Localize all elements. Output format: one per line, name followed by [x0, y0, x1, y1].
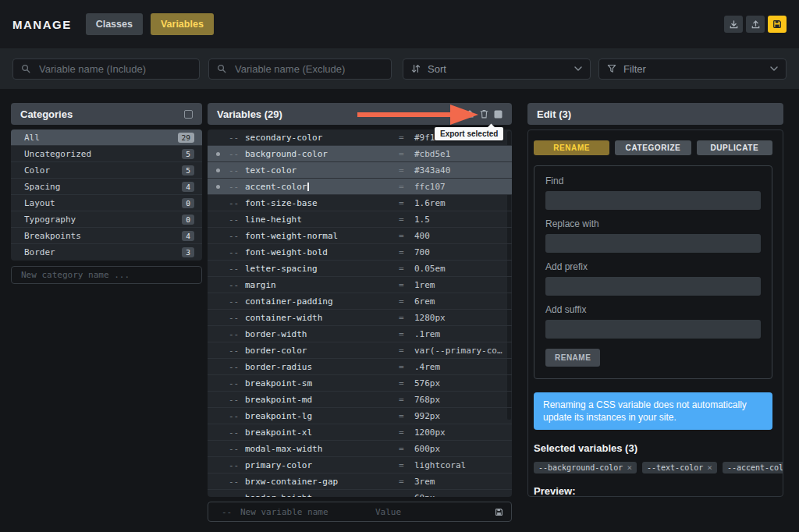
- tab-categorize[interactable]: CATEGORIZE: [615, 140, 691, 155]
- tab-rename[interactable]: RENAME: [534, 140, 609, 155]
- variable-row[interactable]: --primary-color=lightcoral: [208, 457, 512, 473]
- variable-row[interactable]: --container-padding=6rem: [208, 293, 512, 310]
- sort-select[interactable]: Sort: [403, 59, 591, 80]
- tab-classes[interactable]: Classes: [86, 13, 143, 35]
- variable-name[interactable]: brxw-container-gap: [245, 477, 338, 487]
- filter-select[interactable]: Filter: [598, 59, 787, 80]
- category-item-uncategorized[interactable]: Uncategorized5: [11, 146, 202, 162]
- suffix-input[interactable]: [545, 320, 761, 339]
- variable-name[interactable]: container-width: [245, 313, 322, 323]
- variable-name[interactable]: accent-color: [245, 182, 309, 192]
- variable-name[interactable]: border-radius: [245, 362, 312, 372]
- variable-row[interactable]: --text-color=#343a40: [208, 162, 512, 179]
- rename-submit-button[interactable]: RENAME: [545, 349, 600, 367]
- variable-row[interactable]: --font-weight-bold=700: [208, 244, 512, 261]
- variable-value[interactable]: 992px: [414, 411, 440, 421]
- variable-name[interactable]: breakpoint-sm: [245, 378, 312, 388]
- variable-row[interactable]: --border-radius=.4rem: [208, 359, 512, 375]
- variable-value[interactable]: .4rem: [414, 362, 440, 372]
- variable-name[interactable]: font-weight-normal: [245, 231, 338, 241]
- variable-row[interactable]: --border-width=.1rem: [208, 326, 512, 342]
- variable-row[interactable]: --breakpoint-sm=576px: [208, 375, 512, 392]
- variable-row[interactable]: --margin=1rem: [208, 277, 512, 293]
- variable-name[interactable]: border-color: [245, 346, 307, 356]
- variable-value[interactable]: 1280px: [414, 313, 446, 323]
- variable-row[interactable]: --breakpoint-md=768px: [208, 392, 512, 408]
- variable-row[interactable]: --border-color=var(--primary-co…: [208, 342, 512, 359]
- variable-value[interactable]: #343a40: [414, 165, 450, 176]
- delete-selected-button[interactable]: [480, 109, 488, 119]
- category-item-layout[interactable]: Layout0: [11, 195, 202, 211]
- variable-name[interactable]: font-weight-bold: [245, 247, 328, 257]
- variable-name[interactable]: breakpoint-md: [245, 395, 312, 405]
- tab-duplicate[interactable]: DUPLICATE: [697, 140, 772, 155]
- category-item-spacing[interactable]: Spacing4: [11, 179, 202, 195]
- variable-name[interactable]: primary-color: [245, 460, 312, 470]
- variable-row[interactable]: --font-weight-normal=400: [208, 228, 512, 244]
- variable-value[interactable]: var(--primary-co…: [414, 346, 502, 356]
- variable-name[interactable]: font-size-base: [245, 198, 318, 208]
- variable-value[interactable]: 600px: [414, 444, 440, 454]
- export-button[interactable]: [746, 16, 765, 33]
- variable-name[interactable]: background-color: [245, 149, 328, 159]
- variable-value[interactable]: #cbd5e1: [414, 149, 450, 159]
- variable-name[interactable]: breakpoint-lg: [245, 411, 312, 421]
- export-selected-button[interactable]: [465, 109, 474, 119]
- variable-row[interactable]: --modal-max-width=600px: [208, 441, 512, 457]
- variable-value[interactable]: ffc107: [414, 182, 446, 192]
- variable-value[interactable]: 6rem: [414, 296, 435, 307]
- variable-value[interactable]: 768px: [414, 395, 440, 405]
- variable-row[interactable]: --letter-spacing=0.05em: [208, 261, 512, 277]
- categories-checkbox[interactable]: [184, 110, 193, 119]
- find-input[interactable]: [545, 191, 761, 210]
- variable-name[interactable]: text-color: [245, 165, 297, 176]
- tab-variables[interactable]: Variables: [151, 13, 214, 35]
- variable-row[interactable]: --brxw-container-gap=3rem: [208, 473, 512, 490]
- variable-value[interactable]: 400: [414, 231, 430, 241]
- variable-row[interactable]: --header-height=60px: [208, 490, 512, 497]
- category-item-breakpoints[interactable]: Breakpoints4: [11, 228, 202, 244]
- variable-value[interactable]: 1rem: [414, 280, 435, 290]
- variable-name[interactable]: modal-max-width: [245, 444, 322, 454]
- variable-value[interactable]: 3rem: [414, 477, 435, 487]
- variable-value[interactable]: 576px: [414, 378, 440, 388]
- category-item-typography[interactable]: Typography0: [11, 211, 202, 228]
- remove-chip-button[interactable]: ×: [627, 464, 632, 472]
- variable-name[interactable]: breakpoint-xl: [245, 427, 312, 438]
- save-button[interactable]: [768, 16, 787, 33]
- variable-row[interactable]: --container-width=1280px: [208, 310, 512, 326]
- variable-name[interactable]: header-height: [245, 493, 312, 498]
- category-item-color[interactable]: Color5: [11, 162, 202, 179]
- variable-exclude-input[interactable]: [233, 62, 383, 76]
- save-variable-button[interactable]: [495, 508, 503, 516]
- variable-name[interactable]: border-width: [245, 329, 307, 339]
- variable-value[interactable]: 1200px: [414, 427, 446, 438]
- variable-name[interactable]: margin: [245, 280, 276, 290]
- prefix-input[interactable]: [545, 277, 761, 296]
- remove-chip-button[interactable]: ×: [707, 464, 712, 472]
- category-item-all[interactable]: All29: [11, 129, 202, 146]
- variable-name[interactable]: container-padding: [245, 296, 333, 307]
- variable-name[interactable]: letter-spacing: [245, 264, 318, 274]
- variable-value[interactable]: .1rem: [414, 329, 440, 339]
- variable-row[interactable]: --background-color=#cbd5e1: [208, 146, 512, 162]
- variable-value[interactable]: 60px: [414, 493, 435, 498]
- new-variable-value-input[interactable]: [374, 506, 475, 518]
- variable-row[interactable]: --breakpoint-lg=992px: [208, 408, 512, 424]
- variable-include-input[interactable]: [37, 62, 191, 76]
- variable-value[interactable]: 0.05em: [414, 264, 446, 274]
- category-item-border[interactable]: Border3: [11, 244, 202, 261]
- new-variable-name-input[interactable]: [239, 506, 364, 518]
- variable-name[interactable]: secondary-color: [245, 133, 322, 143]
- deselect-all-button[interactable]: [494, 110, 502, 119]
- variable-value[interactable]: 1.6rem: [414, 198, 446, 208]
- variable-value[interactable]: 700: [414, 247, 430, 257]
- variable-row[interactable]: --line-height=1.5: [208, 211, 512, 228]
- variable-value[interactable]: lightcoral: [414, 460, 466, 470]
- variable-row[interactable]: --accent-color=ffc107: [208, 179, 512, 195]
- import-button[interactable]: [724, 16, 743, 33]
- variable-row[interactable]: --font-size-base=1.6rem: [208, 195, 512, 211]
- variable-row[interactable]: --breakpoint-xl=1200px: [208, 424, 512, 441]
- replace-input[interactable]: [545, 234, 761, 253]
- variable-value[interactable]: 1.5: [414, 215, 430, 225]
